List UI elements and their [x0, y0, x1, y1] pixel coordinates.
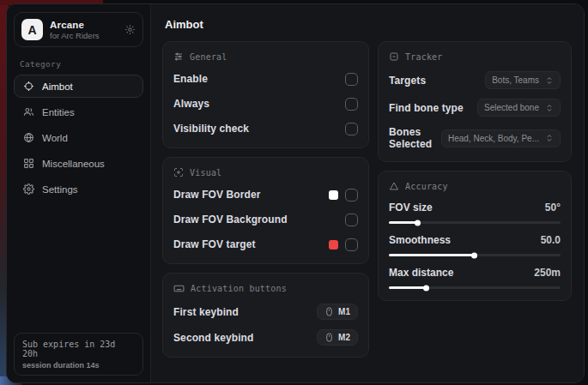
gear-icon[interactable]	[124, 24, 136, 35]
draw-fov-background-checkbox[interactable]	[345, 214, 358, 226]
triangle-icon	[389, 181, 399, 191]
setting-label: First keybind	[173, 306, 239, 318]
smoothness-slider-group: Smoothness 50.0	[389, 234, 561, 256]
sidebar-nav: Aimbot Entities World	[14, 75, 143, 201]
setting-row: Always	[173, 96, 358, 111]
card-title: Accuracy	[405, 182, 448, 191]
category-label: Category	[20, 59, 143, 69]
bones-selected-dropdown[interactable]: Head, Neck, Body, Pe...	[441, 129, 561, 147]
setting-row: Enable	[173, 71, 358, 87]
setting-label: Visibility check	[173, 123, 249, 135]
grid-icon	[22, 158, 34, 169]
mouse-icon	[324, 307, 334, 316]
sidebar-item-label: World	[42, 133, 68, 143]
dropdown-value: Head, Neck, Body, Pe...	[448, 134, 539, 143]
main-content: Aimbot General Enable	[151, 4, 584, 382]
fov-size-slider[interactable]	[389, 221, 561, 224]
setting-row: Find bone type Selected bone	[389, 99, 561, 117]
crosshair-icon	[22, 81, 34, 92]
slider-value: 50°	[545, 202, 561, 214]
sidebar-item-aimbot[interactable]: Aimbot	[14, 75, 143, 98]
dropdown-value: Bots, Teams	[492, 75, 539, 85]
enable-checkbox[interactable]	[345, 73, 358, 86]
card-title: Visual	[190, 168, 221, 177]
setting-row: First keybind M1	[173, 304, 358, 320]
first-keybind-button[interactable]: M1	[317, 304, 358, 320]
session-duration-text: session duration 14s	[22, 361, 135, 370]
chevron-up-down-icon	[545, 76, 554, 85]
slider-value: 250m	[534, 267, 561, 279]
setting-row: Bones Selected Head, Neck, Body, Pe...	[389, 126, 561, 150]
slider-label: Smoothness	[389, 234, 451, 246]
slider-value: 50.0	[541, 234, 561, 246]
slider-thumb[interactable]	[423, 285, 429, 291]
slider-label: Max distance	[389, 267, 453, 279]
setting-label: Find bone type	[389, 102, 464, 114]
setting-row: Draw FOV Background	[173, 212, 358, 227]
find-bone-type-dropdown[interactable]: Selected bone	[477, 99, 561, 117]
setting-row: Visibility check	[173, 121, 358, 136]
users-icon	[22, 106, 34, 117]
setting-row: Second keybind M2	[173, 329, 358, 346]
fov-size-slider-group: FOV size 50°	[389, 202, 561, 224]
setting-label: Draw FOV target	[173, 238, 256, 250]
mouse-icon	[324, 333, 334, 342]
targets-dropdown[interactable]: Bots, Teams	[485, 71, 561, 89]
setting-row: Draw FOV target	[173, 237, 358, 252]
slider-thumb[interactable]	[415, 220, 421, 226]
sidebar-item-label: Entities	[42, 107, 75, 117]
subscription-info: Sub expires in 23d 20h session duration …	[14, 333, 143, 376]
tracker-card: Tracker Targets Bots, Teams	[378, 41, 572, 162]
sidebar-item-miscellaneous[interactable]: Miscellaneous	[14, 152, 143, 175]
globe-icon	[22, 132, 34, 143]
always-checkbox[interactable]	[345, 98, 358, 111]
sidebar-item-entities[interactable]: Entities	[14, 100, 143, 123]
visual-card: Visual Draw FOV Border Draw FOV Backgrou…	[162, 157, 369, 264]
app-logo: A	[21, 19, 43, 40]
sidebar-item-label: Miscellaneous	[42, 159, 105, 169]
keybind-value: M1	[338, 307, 350, 316]
slider-label: FOV size	[389, 202, 433, 214]
setting-label: Targets	[389, 75, 426, 87]
color-swatch-white[interactable]	[329, 190, 338, 200]
draw-fov-target-checkbox[interactable]	[345, 238, 358, 251]
draw-fov-border-checkbox[interactable]	[345, 189, 358, 202]
chevron-up-down-icon	[545, 134, 554, 142]
sliders-icon	[173, 51, 184, 62]
accuracy-card: Accuracy FOV size 50°	[378, 171, 572, 301]
card-title: Tracker	[405, 52, 443, 62]
focus-icon	[173, 167, 184, 177]
visibility-check-checkbox[interactable]	[345, 123, 358, 135]
general-card: General Enable Always Visibility check	[162, 41, 369, 148]
max-distance-slider[interactable]	[389, 286, 561, 289]
logo-text: Arcane for Arc Riders	[50, 20, 118, 40]
app-title: Arcane	[50, 20, 118, 30]
sidebar-item-label: Settings	[42, 184, 78, 195]
keyboard-icon	[173, 283, 185, 294]
color-swatch-red[interactable]	[329, 240, 338, 250]
sidebar-item-settings[interactable]: Settings	[14, 177, 143, 201]
card-title: Activation buttons	[191, 284, 287, 293]
setting-label: Bones Selected	[389, 126, 441, 150]
chevron-up-down-icon	[545, 104, 554, 112]
second-keybind-button[interactable]: M2	[317, 329, 358, 346]
setting-row: Draw FOV Border	[173, 187, 358, 202]
setting-label: Always	[173, 98, 209, 110]
setting-label: Second keybind	[173, 332, 253, 344]
app-window: A Arcane for Arc Riders Category	[6, 3, 585, 383]
scan-icon	[389, 51, 399, 62]
smoothness-slider[interactable]	[389, 254, 561, 256]
app-subtitle: for Arc Riders	[50, 31, 118, 40]
sidebar: A Arcane for Arc Riders Category	[7, 4, 151, 382]
settings-gear-icon	[22, 183, 34, 195]
keybind-value: M2	[338, 333, 350, 342]
activation-buttons-card: Activation buttons First keybind M1	[162, 273, 369, 358]
sidebar-item-world[interactable]: World	[14, 126, 143, 149]
setting-label: Draw FOV Border	[173, 189, 261, 201]
setting-label: Draw FOV Background	[173, 214, 288, 226]
setting-label: Enable	[173, 73, 208, 85]
slider-thumb[interactable]	[471, 252, 477, 258]
page-title: Aimbot	[165, 18, 572, 31]
dropdown-value: Selected bone	[484, 103, 539, 112]
sidebar-item-label: Aimbot	[42, 81, 73, 92]
